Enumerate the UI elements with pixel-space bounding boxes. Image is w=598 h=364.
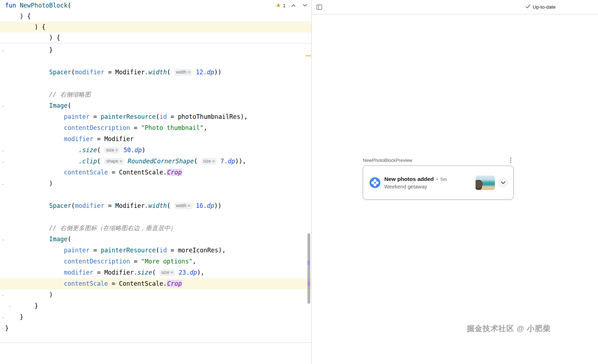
fold-chevron-icon[interactable]: ⌄ [1, 234, 6, 245]
code-line[interactable]: ⌄ ) [0, 289, 311, 300]
code-line[interactable]: ⌄ Image( [0, 234, 311, 245]
code-line[interactable]: modifier = Modifier [0, 134, 311, 145]
code-token: = [130, 124, 141, 131]
previous-issue-button[interactable] [290, 3, 297, 8]
code-token: ( [68, 102, 71, 109]
fold-chevron-icon[interactable]: ⌄ [1, 312, 6, 323]
code-token: contentDescription [64, 258, 130, 265]
code-line[interactable]: ⌄ } [0, 45, 311, 56]
photo-thumbnail [476, 176, 495, 190]
code-token: ContentScale. [119, 169, 167, 176]
notification-time: 5m [440, 177, 447, 182]
code-line[interactable]: ⌄ .size( size = 50.dp) [0, 145, 311, 156]
code-line[interactable]: contentScale = ContentScale.Crop [0, 278, 311, 289]
code-token: modifier [75, 202, 105, 209]
code-line[interactable] [0, 56, 311, 67]
warning-icon [276, 2, 281, 9]
fold-chevron-icon[interactable]: ⌄ [1, 178, 6, 189]
code-token [192, 69, 196, 76]
warning-count: 1 [283, 3, 286, 8]
notification-title: New photos added [384, 176, 434, 182]
code-token [5, 224, 49, 232]
code-token: = [104, 69, 115, 76]
code-token: modifier [75, 69, 105, 76]
code-line[interactable]: ⌄ .clip( shape = RoundedCornerShape( siz… [0, 156, 311, 167]
code-line[interactable]: painter = painterResource(id = photoThum… [0, 111, 311, 122]
code-line[interactable] [0, 78, 311, 89]
code-line[interactable]: ⌄ Image( [0, 100, 311, 111]
code-token: .size [134, 269, 152, 276]
fold-chevron-icon[interactable]: ⌄ [1, 145, 6, 156]
code-line[interactable]: // 右侧缩略图 [0, 89, 311, 100]
code-line[interactable]: ⌄ } [0, 312, 311, 323]
code-editor[interactable]: ⌄ } Spacer(modifier = Modifier.width( wi… [0, 43, 311, 364]
inspections-widget[interactable]: 1 [276, 0, 309, 11]
preview-block: NewPhotoBlockPreview New photos added • … [363, 157, 514, 200]
code-token: .clip [79, 158, 97, 165]
code-line[interactable]: contentDescription = "Photo thumbnail", [0, 122, 311, 134]
code-line[interactable]: fun NewPhotoBlock( [0, 0, 311, 11]
sticky-lines-panel: fun NewPhotoBlock( ) { ) { ) { 1 [0, 0, 311, 43]
code-token: , [204, 124, 207, 131]
watermark: 掘金技术社区 @ 小肥柴 [467, 323, 551, 333]
code-token: ( [152, 269, 159, 276]
code-line[interactable]: // 右侧更多图标（在缩略图右边，垂直居中） [0, 223, 311, 234]
notification-card-preview[interactable]: New photos added • 5m Weekend getaway [363, 165, 514, 200]
analysis-stripe-mark[interactable] [307, 281, 310, 286]
code-token: = [89, 113, 101, 120]
code-line[interactable]: painter = painterResource(id = moreIconR… [0, 245, 311, 256]
preview-menu-button[interactable] [508, 157, 514, 164]
code-line[interactable] [0, 211, 311, 223]
analysis-stripe-mark[interactable] [307, 261, 310, 265]
code-token: dp [228, 158, 235, 165]
code-line[interactable]: ) { [0, 22, 311, 32]
code-line[interactable]: Spacer(modifier = Modifier.width( width … [0, 67, 311, 78]
notification-subtitle: Weekend getaway [384, 184, 476, 190]
fold-chevron-icon[interactable]: ⌄ [1, 323, 6, 334]
code-token: id [159, 113, 167, 120]
code-token: ( [194, 158, 201, 165]
code-token: painterResource [101, 113, 156, 120]
code-token: ), [197, 269, 204, 276]
expand-chevron-button[interactable] [498, 178, 508, 187]
code-token: = [108, 280, 119, 287]
code-line[interactable]: Spacer(modifier = Modifier.width( width … [0, 200, 311, 211]
notification-title-row: New photos added • 5m [384, 176, 476, 182]
preview-name-label: NewPhotoBlockPreview [363, 158, 412, 163]
fold-chevron-icon[interactable]: ⌄ [1, 156, 6, 167]
code-token: painter [64, 247, 90, 254]
code-line[interactable]: ⌄ ) [0, 178, 311, 189]
code-line[interactable]: ⌄} [0, 323, 311, 334]
code-token: dp [134, 146, 142, 154]
code-line[interactable]: modifier = Modifier.size( size = 23.dp), [0, 267, 311, 278]
parameter-hint: shape = [104, 158, 124, 165]
code-line[interactable]: ) { [0, 32, 311, 43]
code-token: = [89, 247, 101, 254]
next-issue-button[interactable] [301, 3, 309, 8]
code-token: ( [71, 202, 75, 209]
error-stripe-warning-mark[interactable] [306, 55, 311, 56]
fold-chevron-icon[interactable]: ⌄ [1, 45, 6, 56]
code-line[interactable]: ⌄ } [0, 300, 311, 312]
code-line[interactable]: contentScale = ContentScale.Crop [0, 167, 311, 178]
fold-chevron-icon[interactable]: ⌄ [1, 100, 6, 111]
preview-label-row: NewPhotoBlockPreview [363, 157, 514, 164]
code-line[interactable]: ) { [0, 11, 311, 22]
code-token: modifier [64, 269, 93, 276]
code-token: = [93, 269, 105, 276]
editor-scrollbar-thumb[interactable] [307, 233, 310, 304]
code-token [5, 102, 49, 109]
code-line[interactable] [0, 189, 311, 200]
fold-chevron-icon[interactable]: ⌄ [7, 300, 12, 312]
code-token [16, 2, 20, 9]
fold-chevron-icon[interactable]: ⌄ [1, 289, 6, 300]
code-token [5, 124, 64, 131]
code-token: moreIconRes [178, 247, 218, 254]
code-token [5, 202, 49, 209]
preview-layout-icon[interactable] [316, 4, 323, 10]
photos-app-icon [370, 177, 380, 188]
code-token: Modifier [104, 135, 134, 143]
check-icon [525, 4, 530, 10]
code-line[interactable]: contentDescription = "More options", [0, 256, 311, 267]
code-token: ) { [5, 23, 46, 31]
